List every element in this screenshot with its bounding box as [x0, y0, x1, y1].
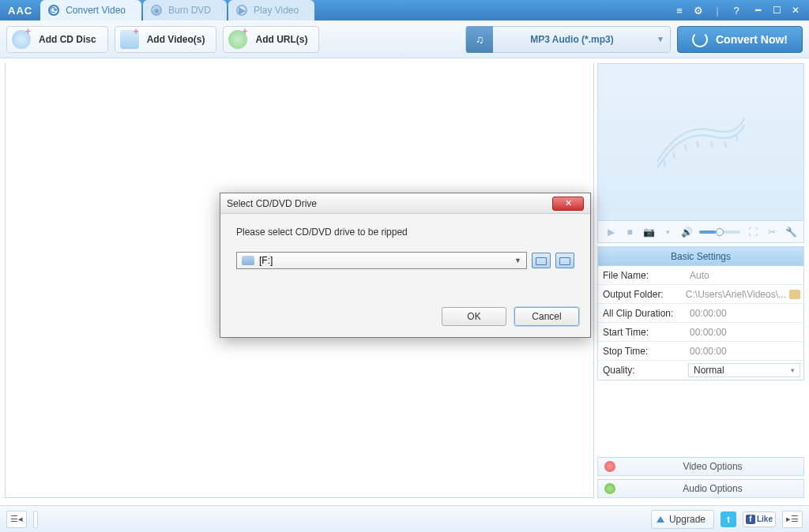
dialog-instruction-text: Please select CD/DVD drive to be ripped	[236, 227, 574, 238]
dialog-close-button[interactable]: ✕	[552, 197, 584, 211]
dialog-backdrop: Select CD/DVD Drive ✕ Please select CD/D…	[0, 0, 809, 532]
drive-icon	[242, 256, 254, 265]
chevron-down-icon: ▼	[514, 257, 521, 264]
dialog-title-text: Select CD/DVD Drive	[227, 198, 317, 209]
cancel-button[interactable]: Cancel	[514, 307, 579, 326]
close-tray-button[interactable]	[555, 253, 574, 268]
drive-label: [F:]	[259, 255, 273, 266]
select-drive-dialog: Select CD/DVD Drive ✕ Please select CD/D…	[220, 193, 591, 338]
drive-select[interactable]: [F:] ▼	[236, 252, 527, 269]
ok-button[interactable]: OK	[442, 307, 506, 326]
dialog-titlebar[interactable]: Select CD/DVD Drive ✕	[220, 193, 590, 214]
eject-tray-button[interactable]	[532, 253, 551, 268]
